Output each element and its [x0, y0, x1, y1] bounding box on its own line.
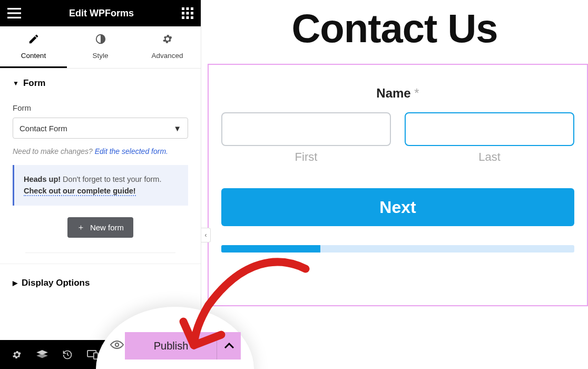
next-button[interactable]: Next — [221, 188, 574, 226]
publish-options-button[interactable] — [217, 332, 241, 360]
caret-right-icon: ▶ — [13, 279, 17, 287]
menu-icon[interactable] — [7, 8, 21, 18]
svg-rect-0 — [7, 8, 21, 9]
edit-form-link[interactable]: Edit the selected form. — [95, 147, 168, 156]
last-name-input[interactable] — [405, 112, 574, 146]
pencil-icon — [28, 33, 40, 47]
required-asterisk: * — [414, 86, 419, 100]
svg-rect-5 — [191, 7, 193, 10]
section-display-options-header[interactable]: ▶ Display Options — [0, 268, 201, 298]
svg-rect-11 — [191, 16, 193, 19]
form-help-text: Need to make changes? Edit the selected … — [13, 147, 188, 156]
widget-title: Edit WPForms — [69, 8, 134, 19]
publish-button[interactable]: Publish — [125, 332, 217, 360]
svg-marker-14 — [36, 353, 48, 358]
svg-point-17 — [115, 343, 119, 346]
settings-icon[interactable] — [4, 340, 30, 369]
form-select-label: Form — [13, 103, 188, 112]
last-name-sublabel: Last — [405, 150, 574, 164]
gear-icon — [162, 33, 173, 47]
page-heading: Contact Us — [201, 0, 588, 64]
first-name-wrapper: First — [221, 112, 391, 164]
new-form-label: New form — [90, 223, 124, 232]
svg-rect-4 — [186, 7, 189, 10]
caret-down-icon: ▼ — [13, 80, 19, 87]
first-name-input[interactable] — [221, 112, 391, 146]
progress-bar — [221, 245, 574, 253]
last-name-wrapper: Last — [405, 112, 574, 164]
tab-advanced[interactable]: Advanced — [134, 26, 201, 68]
tab-label: Advanced — [151, 52, 183, 60]
panel-body: ▼ Form Form Contact Form ▼ Need to make … — [0, 69, 201, 340]
svg-rect-10 — [186, 16, 189, 19]
tab-label: Style — [92, 52, 108, 60]
name-field-label: Name * — [221, 86, 574, 101]
notice-guide-link[interactable]: Check out our complete guide! — [24, 187, 136, 196]
chevron-down-icon: ▼ — [173, 124, 181, 133]
preview-canvas: Contact Us Name * First Last Next — [201, 0, 588, 369]
svg-rect-9 — [182, 16, 184, 19]
svg-rect-7 — [186, 12, 189, 15]
svg-rect-6 — [182, 12, 184, 15]
notice-text: Don't forget to test your form. — [61, 175, 161, 183]
svg-rect-3 — [182, 7, 184, 10]
navigator-icon[interactable] — [30, 340, 55, 369]
plus-icon: ＋ — [77, 222, 85, 232]
form-field-block: Form Contact Form ▼ Need to make changes… — [0, 103, 201, 264]
section-title: Form — [23, 78, 46, 89]
sidebar-header: Edit WPForms — [0, 0, 201, 26]
notice-strong: Heads up! — [24, 175, 61, 183]
svg-rect-2 — [7, 17, 21, 18]
apps-icon[interactable] — [182, 7, 193, 19]
preview-icon[interactable] — [109, 339, 125, 353]
contrast-icon — [95, 33, 106, 47]
section-form-header[interactable]: ▼ Form — [0, 69, 201, 98]
collapse-sidebar-handle[interactable]: ‹ — [201, 228, 211, 242]
progress-fill — [221, 245, 320, 253]
section-title: Display Options — [22, 278, 90, 288]
tab-content[interactable]: Content — [0, 26, 67, 68]
form-notice: Heads up! Don't forget to test your form… — [13, 165, 188, 206]
form-select-value: Contact Form — [19, 124, 67, 133]
svg-rect-8 — [191, 12, 193, 15]
editor-tabs: Content Style Advanced — [0, 26, 201, 69]
first-name-sublabel: First — [221, 150, 391, 164]
svg-rect-1 — [7, 12, 21, 14]
history-icon[interactable] — [55, 340, 80, 369]
form-select[interactable]: Contact Form ▼ — [13, 118, 188, 139]
new-form-button[interactable]: ＋ New form — [67, 217, 133, 238]
form-widget-frame[interactable]: Name * First Last Next — [208, 64, 588, 306]
tab-style[interactable]: Style — [67, 26, 134, 68]
tab-label: Content — [21, 52, 46, 60]
